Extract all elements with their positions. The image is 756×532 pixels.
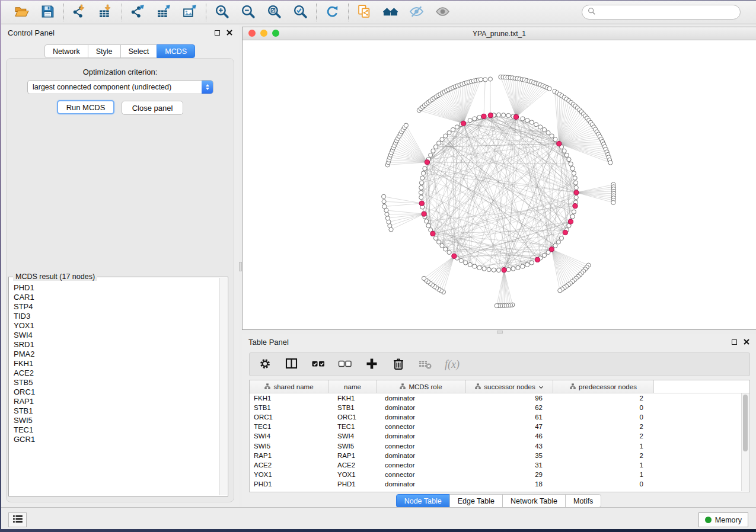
network-node[interactable] [559, 236, 563, 240]
float-panel-icon[interactable] [215, 30, 220, 36]
network-node[interactable] [525, 262, 529, 267]
mcds-hub-node[interactable] [557, 142, 562, 146]
sort-descending-icon[interactable] [538, 383, 544, 390]
network-leaf-node[interactable] [385, 216, 390, 220]
network-leaf-node[interactable] [547, 86, 551, 91]
network-node[interactable] [573, 176, 577, 180]
network-node[interactable] [473, 117, 477, 121]
mcds-hub-node[interactable] [513, 114, 518, 119]
network-leaf-node[interactable] [608, 161, 613, 165]
mcds-result-item[interactable]: CAR1 [12, 293, 218, 302]
network-node[interactable] [572, 171, 576, 175]
table-row[interactable]: ACE2ACE2connector311 [250, 460, 749, 470]
network-node[interactable] [468, 118, 472, 123]
network-node[interactable] [496, 268, 500, 272]
network-node[interactable] [440, 243, 444, 248]
import-network-button[interactable] [72, 4, 88, 20]
mcds-result-item[interactable]: YOX1 [12, 321, 218, 331]
neighbors-button[interactable] [382, 4, 398, 20]
mcds-hub-node[interactable] [502, 268, 506, 273]
network-node[interactable] [556, 240, 560, 244]
tab-motifs[interactable]: Motifs [565, 494, 601, 508]
network-node[interactable] [433, 236, 438, 240]
network-leaf-node[interactable] [404, 123, 408, 127]
mcds-hub-node[interactable] [563, 230, 567, 235]
delete-button[interactable] [391, 357, 406, 373]
network-node[interactable] [492, 268, 496, 272]
network-node[interactable] [496, 113, 500, 117]
network-node[interactable] [570, 214, 575, 219]
network-node[interactable] [569, 162, 573, 166]
close-panel-button[interactable]: Close panel [122, 101, 183, 115]
network-node[interactable] [525, 118, 529, 123]
close-panel-icon[interactable] [227, 30, 232, 36]
open-button[interactable] [14, 4, 30, 20]
mcds-hub-node[interactable] [535, 257, 540, 262]
tab-network-table[interactable]: Network Table [502, 494, 566, 508]
network-node[interactable] [570, 166, 575, 171]
network-node[interactable] [574, 196, 578, 200]
network-node[interactable] [477, 265, 481, 270]
table-row[interactable]: ORC1ORC1dominator610 [250, 412, 749, 422]
table-scrollbar-thumb[interactable] [743, 395, 748, 451]
zoom-selected-button[interactable] [292, 4, 308, 20]
mcds-hub-node[interactable] [430, 231, 435, 236]
network-node[interactable] [506, 267, 511, 271]
network-node[interactable] [572, 210, 576, 214]
network-node[interactable] [447, 250, 451, 254]
network-node[interactable] [459, 258, 463, 262]
mcds-result-item[interactable]: ORC1 [12, 387, 218, 397]
network-window-titlebar[interactable]: YPA_prune.txt_1 [243, 27, 756, 40]
clone-network-button[interactable] [356, 4, 372, 20]
mcds-hub-node[interactable] [549, 247, 554, 252]
network-node[interactable] [542, 253, 546, 257]
network-leaf-node[interactable] [385, 212, 389, 216]
network-node[interactable] [562, 149, 566, 153]
close-table-panel-icon[interactable] [744, 339, 749, 345]
network-node[interactable] [429, 153, 433, 157]
network-node[interactable] [426, 223, 430, 227]
tab-style[interactable]: Style [88, 44, 121, 58]
mcds-result-item[interactable]: SRD1 [12, 340, 218, 350]
horizontal-splitter[interactable] [242, 330, 756, 334]
task-history-button[interactable] [8, 512, 27, 527]
table-scrollbar[interactable] [741, 393, 749, 491]
mcds-hub-node[interactable] [425, 160, 429, 165]
network-node[interactable] [529, 120, 534, 124]
mcds-hub-node[interactable] [574, 190, 579, 195]
add-button[interactable] [365, 357, 379, 373]
network-node[interactable] [423, 166, 427, 171]
run-mcds-button[interactable]: Run MCDS [57, 100, 114, 114]
select-all-button[interactable] [311, 357, 326, 373]
columns-button[interactable] [285, 357, 299, 373]
network-node[interactable] [425, 219, 429, 223]
network-node[interactable] [506, 113, 511, 117]
mcds-result-item[interactable]: SWI5 [12, 416, 218, 425]
mcds-hub-node[interactable] [452, 254, 457, 258]
table-row[interactable]: FKH1FKH1dominator962 [250, 393, 749, 403]
network-node[interactable] [447, 131, 451, 135]
column-header-shared-name[interactable]: shared name [250, 380, 329, 393]
mcds-result-item[interactable]: PMA2 [12, 350, 218, 359]
maximize-window-icon[interactable] [272, 30, 279, 37]
network-node[interactable] [431, 149, 435, 153]
table-row[interactable]: PHD1PHD1dominator180 [250, 479, 749, 489]
column-header-MCDS-role[interactable]: MCDS role [377, 380, 466, 393]
network-leaf-node[interactable] [611, 200, 615, 204]
network-node[interactable] [567, 158, 571, 162]
network-node[interactable] [564, 153, 569, 157]
network-node[interactable] [440, 137, 444, 142]
network-node[interactable] [542, 127, 546, 132]
network-leaf-node[interactable] [382, 200, 386, 204]
tab-network[interactable]: Network [44, 44, 88, 58]
network-node[interactable] [437, 240, 441, 244]
network-node[interactable] [487, 267, 491, 271]
column-header-successor-nodes[interactable]: successor nodes [466, 380, 553, 393]
table-row[interactable]: SWI5SWI5connector431 [250, 441, 749, 450]
table-row[interactable]: RAP1RAP1dominator352 [250, 451, 749, 460]
network-node[interactable] [419, 196, 423, 200]
tab-select[interactable]: Select [120, 44, 158, 58]
mcds-hub-node[interactable] [573, 204, 578, 209]
network-node[interactable] [477, 116, 481, 120]
zoom-fit-button[interactable] [266, 4, 282, 20]
